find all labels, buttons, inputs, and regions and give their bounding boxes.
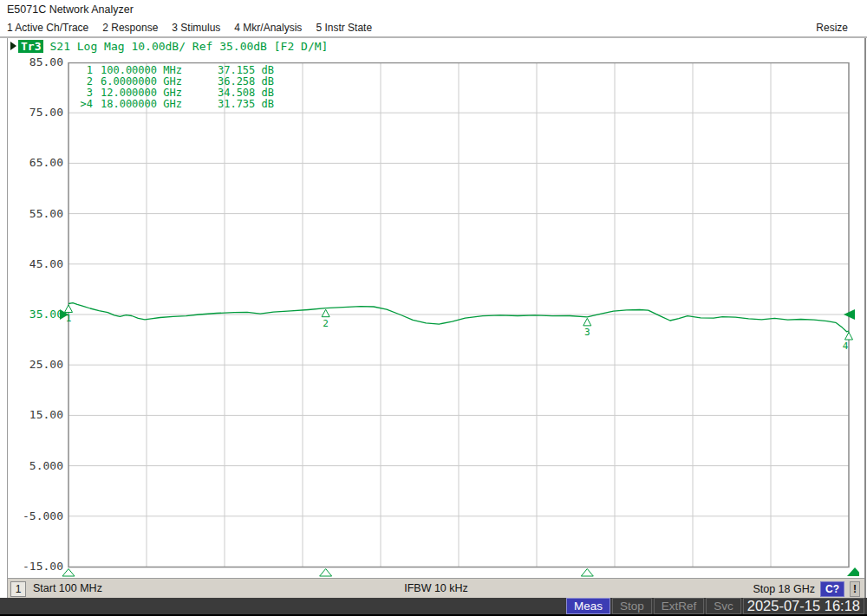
- marker-triangle-icon: [322, 309, 329, 317]
- trace-badge[interactable]: Tr3: [18, 40, 43, 53]
- y-axis-label: 75.00: [8, 107, 63, 119]
- window-title-bar: E5071C Network Analyzer: [0, 0, 867, 19]
- marker-table: 1 100.00000 MHz 37.155 dB 2 6.0000000 GH…: [74, 65, 274, 110]
- y-axis-label: 55.00: [8, 208, 63, 220]
- menu-item-response[interactable]: 2 Response: [102, 22, 158, 34]
- trace-settings-text: S21 Log Mag 10.00dB/ Ref 35.00dB [F2 D/M…: [49, 40, 328, 53]
- status-svc: Svc: [706, 598, 741, 614]
- trace-status-bar[interactable]: Tr3 S21 Log Mag 10.00dB/ Ref 35.00dB [F2…: [8, 38, 864, 54]
- instrument-screen: Tr3 S21 Log Mag 10.00dB/ Ref 35.00dB [F2…: [7, 38, 866, 598]
- status-extref: ExtRef: [654, 598, 705, 614]
- active-trace-arrow-icon: [10, 42, 16, 50]
- status-meas: Meas: [566, 598, 610, 614]
- menu-item-mkr-analysis[interactable]: 4 Mkr/Analysis: [234, 22, 302, 34]
- y-axis-label: 85.00: [8, 56, 63, 68]
- marker-freq: 18.000000 GHz: [101, 99, 208, 110]
- marker-stimulus-triangle-icon: [581, 569, 593, 577]
- y-axis-label: 65.00: [8, 157, 63, 169]
- y-axis-label: 45.00: [8, 258, 63, 270]
- y-axis-label: 35.00: [8, 308, 63, 321]
- status-stop: Stop: [612, 598, 652, 614]
- status-datetime: 2025-07-15 16:18: [743, 598, 864, 614]
- window-title: E5071C Network Analyzer: [7, 3, 134, 16]
- ifbw-label: IFBW 10 kHz: [8, 582, 864, 594]
- marker-num: >4: [74, 99, 93, 110]
- marker-triangle-icon: [583, 318, 591, 326]
- calibration-badge: C?: [820, 581, 844, 597]
- menu-item-active-ch-trace[interactable]: 1 Active Ch/Trace: [7, 22, 88, 34]
- y-axis-label: 15.00: [8, 409, 63, 421]
- y-axis-label: 25.00: [8, 359, 63, 371]
- channel-bar: 1 Start 100 MHz IFBW 10 kHz Stop 18 GHz …: [8, 578, 864, 599]
- y-axis-label: 5.000: [8, 460, 63, 472]
- y-axis-label: -15.00: [8, 561, 63, 573]
- menu-items: 1 Active Ch/Trace 2 Response 3 Stimulus …: [7, 22, 372, 34]
- stop-frequency-label: Stop 18 GHz: [753, 583, 815, 595]
- resize-button[interactable]: Resize: [816, 22, 848, 34]
- marker-triangle-icon: [65, 305, 73, 313]
- menu-item-instr-state[interactable]: 5 Instr State: [316, 22, 372, 34]
- marker-number: 2: [323, 318, 329, 329]
- marker-stimulus-triangle-icon: [320, 569, 332, 577]
- menu-item-stimulus[interactable]: 3 Stimulus: [172, 22, 220, 34]
- menu-bar: 1 Active Ch/Trace 2 Response 3 Stimulus …: [0, 19, 867, 38]
- marker-value: 31.735 dB: [208, 99, 274, 110]
- marker-stimulus-triangle-icon: [62, 569, 75, 577]
- marker-triangle-icon: [845, 333, 853, 340]
- marker-number: 1: [66, 313, 72, 324]
- graticule-plot: 1234: [60, 62, 859, 586]
- active-marker-stimulus-triangle-icon: [847, 567, 859, 576]
- warning-badge: !: [850, 581, 860, 597]
- marker-number: 3: [584, 327, 590, 338]
- status-bar: Meas Stop ExtRef Svc 2025-07-15 16:18: [0, 598, 867, 616]
- marker-row-active: >4 18.000000 GHz 31.735 dB: [74, 99, 274, 110]
- marker-number: 4: [843, 340, 849, 352]
- y-axis-label: -5.000: [8, 510, 63, 522]
